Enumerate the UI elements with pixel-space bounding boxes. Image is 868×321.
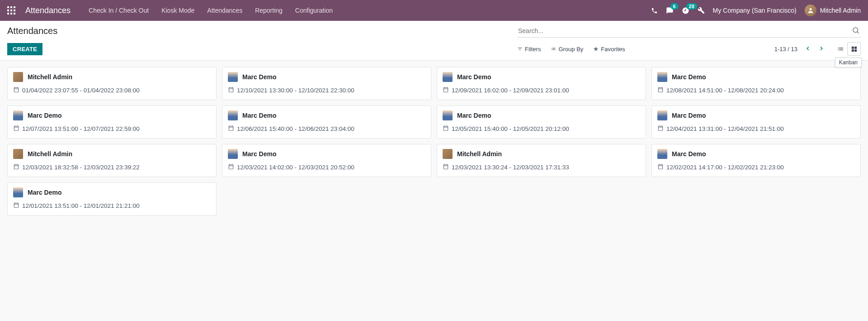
attendance-card[interactable]: Mitchell Admin12/03/2021 13:30:24 - 12/0… [437, 144, 646, 177]
list-view-button[interactable] [834, 42, 847, 56]
attendance-card[interactable]: Mitchell Admin01/04/2022 23:07:55 - 01/0… [7, 67, 217, 100]
employee-avatar [228, 110, 238, 120]
employee-avatar [443, 110, 453, 120]
nav-checkin[interactable]: Check In / Check Out [89, 7, 149, 14]
card-date: 12/10/2021 13:30:00 - 12/10/2021 22:30:0… [228, 86, 425, 94]
date-range: 12/09/2021 16:02:00 - 12/09/2021 23:01:0… [452, 87, 569, 94]
debug-icon[interactable] [698, 7, 705, 14]
card-head: Marc Demo [657, 72, 855, 82]
svg-rect-1 [10, 6, 12, 8]
date-range: 01/04/2022 23:07:55 - 01/04/2022 23:08:0… [22, 87, 140, 94]
calendar-icon [228, 86, 234, 94]
apps-icon[interactable] [7, 6, 15, 14]
nav-kiosk[interactable]: Kiosk Mode [161, 7, 194, 14]
pager-prev[interactable] [803, 43, 813, 55]
attendance-card[interactable]: Marc Demo12/03/2021 14:02:00 - 12/03/202… [222, 144, 431, 177]
employee-name: Marc Demo [28, 112, 61, 119]
date-range: 12/03/2021 18:32:58 - 12/03/2021 23:39:2… [22, 164, 140, 171]
favorites-dropdown[interactable]: Favorites [593, 46, 625, 53]
calendar-icon [657, 86, 664, 94]
svg-rect-14 [851, 49, 854, 52]
kanban-tooltip: Kanban [835, 57, 862, 67]
user-name: Mitchell Admin [820, 7, 861, 14]
cp-row2: CREATE Filters Group By Favorites 1-13 /… [7, 38, 861, 60]
avatar [805, 5, 816, 16]
employee-name: Marc Demo [672, 112, 706, 119]
attendance-card[interactable]: Marc Demo12/08/2021 14:51:00 - 12/08/202… [651, 67, 861, 100]
employee-name: Marc Demo [457, 112, 491, 119]
calendar-icon [228, 125, 234, 133]
calendar-icon [657, 163, 664, 171]
attendance-card[interactable]: Marc Demo12/09/2021 16:02:00 - 12/09/202… [437, 67, 646, 100]
card-date: 01/04/2022 23:07:55 - 01/04/2022 23:08:0… [13, 86, 211, 94]
date-range: 12/06/2021 15:40:00 - 12/06/2021 23:04:0… [237, 125, 354, 132]
employee-avatar [13, 187, 23, 197]
calendar-icon [13, 125, 19, 133]
pager-next[interactable] [816, 43, 826, 55]
employee-avatar [657, 149, 667, 159]
attendance-card[interactable]: Marc Demo12/01/2021 13:51:00 - 12/01/202… [7, 182, 217, 216]
filters-dropdown[interactable]: Filters [517, 46, 541, 53]
employee-name: Marc Demo [242, 73, 276, 81]
user-menu[interactable]: Mitchell Admin [805, 5, 861, 16]
svg-line-11 [857, 32, 859, 33]
card-date: 12/03/2021 14:02:00 - 12/03/2021 20:52:0… [228, 163, 425, 171]
employee-avatar [13, 110, 23, 120]
create-button[interactable]: CREATE [7, 43, 42, 55]
svg-rect-5 [14, 10, 15, 11]
svg-point-9 [809, 8, 811, 10]
date-range: 12/05/2021 15:40:00 - 12/05/2021 20:12:0… [452, 125, 569, 132]
groupby-label: Group By [558, 46, 583, 53]
groupby-dropdown[interactable]: Group By [551, 46, 583, 53]
employee-avatar [228, 149, 238, 159]
date-range: 12/02/2021 14:17:00 - 12/02/2021 21:23:0… [666, 164, 784, 171]
employee-name: Marc Demo [457, 73, 491, 81]
nav-configuration[interactable]: Configuration [295, 7, 333, 14]
activities-icon[interactable]: 28 [682, 7, 689, 14]
app-title[interactable]: Attendances [25, 6, 71, 15]
attendance-card[interactable]: Marc Demo12/07/2021 13:51:00 - 12/07/202… [7, 105, 217, 139]
search-input[interactable] [517, 24, 861, 38]
attendance-card[interactable]: Marc Demo12/06/2021 15:40:00 - 12/06/202… [222, 105, 431, 139]
employee-avatar [443, 149, 453, 159]
card-head: Mitchell Admin [443, 149, 640, 159]
attendance-card[interactable]: Marc Demo12/05/2021 15:40:00 - 12/05/202… [437, 105, 646, 139]
card-head: Mitchell Admin [13, 149, 211, 159]
kanban-view-button[interactable] [847, 42, 861, 56]
svg-point-10 [853, 28, 858, 33]
card-head: Marc Demo [657, 149, 855, 159]
card-head: Marc Demo [228, 72, 425, 82]
date-range: 12/07/2021 13:51:00 - 12/07/2021 22:59:0… [22, 125, 140, 132]
card-date: 12/03/2021 18:32:58 - 12/03/2021 23:39:2… [13, 163, 211, 171]
navbar-left: Attendances Check In / Check Out Kiosk M… [7, 6, 333, 15]
svg-rect-6 [7, 13, 9, 14]
employee-name: Mitchell Admin [457, 150, 502, 158]
svg-rect-0 [7, 6, 9, 8]
attendance-card[interactable]: Mitchell Admin12/03/2021 18:32:58 - 12/0… [7, 144, 217, 177]
search-options: Filters Group By Favorites 1-13 / 13 [517, 42, 861, 56]
nav-attendances[interactable]: Attendances [207, 7, 242, 14]
employee-avatar [443, 72, 453, 82]
company-switcher[interactable]: My Company (San Francisco) [713, 7, 797, 14]
kanban-view: Mitchell Admin01/04/2022 23:07:55 - 01/0… [0, 61, 868, 222]
messages-icon[interactable]: 6 [666, 7, 674, 14]
pager-text[interactable]: 1-13 / 13 [774, 46, 797, 53]
calendar-icon [228, 163, 234, 171]
card-head: Marc Demo [657, 110, 855, 120]
employee-name: Marc Demo [242, 112, 276, 119]
card-date: 12/01/2021 13:51:00 - 12/01/2021 21:21:0… [13, 202, 211, 210]
svg-rect-7 [10, 13, 12, 14]
card-head: Marc Demo [228, 149, 425, 159]
phone-icon[interactable] [651, 7, 658, 14]
calendar-icon [443, 125, 449, 133]
employee-avatar [13, 149, 23, 159]
employee-avatar [657, 72, 667, 82]
nav-reporting[interactable]: Reporting [255, 7, 283, 14]
activities-badge: 28 [686, 3, 697, 10]
search-icon[interactable] [852, 26, 860, 36]
attendance-card[interactable]: Marc Demo12/02/2021 14:17:00 - 12/02/202… [651, 144, 861, 177]
filters-label: Filters [525, 46, 541, 53]
attendance-card[interactable]: Marc Demo12/04/2021 13:31:00 - 12/04/202… [651, 105, 861, 139]
view-switcher: Kanban [834, 42, 861, 56]
attendance-card[interactable]: Marc Demo12/10/2021 13:30:00 - 12/10/202… [222, 67, 431, 100]
